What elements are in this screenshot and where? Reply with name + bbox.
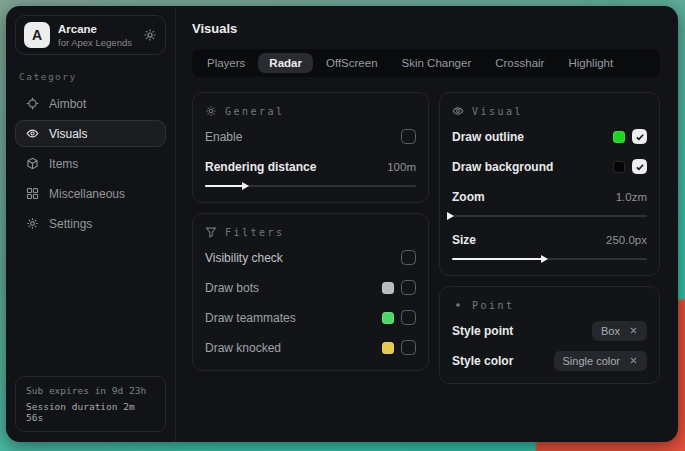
visibility-check-row: Visibility check [205, 247, 416, 268]
style-point-row: Style point Box [452, 320, 647, 341]
page-title: Visuals [192, 21, 660, 36]
rendering-distance-value: 100m [387, 161, 416, 173]
draw-outline-row: Draw outline [452, 126, 647, 147]
slider-track [452, 215, 647, 217]
enable-checkbox[interactable] [401, 129, 416, 144]
session-duration-text: Session duration 2m 56s [26, 401, 155, 423]
gear-icon[interactable] [143, 28, 157, 42]
sidebar: A Arcane for Apex Legends Category [6, 6, 176, 442]
sidebar-item-label: Visuals [49, 127, 87, 141]
draw-background-checkbox[interactable] [632, 159, 647, 174]
draw-knocked-color-swatch[interactable] [382, 342, 394, 354]
rendering-distance-slider[interactable] [205, 181, 416, 190]
draw-outline-color-swatch[interactable] [613, 131, 625, 143]
grid-icon [26, 187, 39, 200]
sidebar-nav: Aimbot Visuals Items [15, 90, 166, 237]
slider-handle[interactable] [242, 182, 249, 190]
filters-panel: Filters Visibility check Draw bots [192, 213, 429, 371]
sidebar-item-aimbot[interactable]: Aimbot [15, 90, 166, 117]
zoom-value: 1.0zm [616, 191, 647, 203]
draw-background-color-swatch[interactable] [613, 161, 625, 173]
zoom-row: Zoom 1.0zm [452, 186, 647, 207]
draw-teammates-row: Draw teammates [205, 307, 416, 328]
tab-highlight[interactable]: Highlight [557, 53, 624, 73]
draw-knocked-label: Draw knocked [205, 341, 281, 355]
eye-icon [452, 105, 464, 117]
sidebar-item-visuals[interactable]: Visuals [15, 120, 166, 147]
visibility-check-label: Visibility check [205, 251, 283, 265]
zoom-slider[interactable] [452, 211, 647, 220]
draw-outline-checkbox[interactable] [632, 129, 647, 144]
draw-teammates-checkbox[interactable] [401, 310, 416, 325]
panel-columns: General Enable Rendering distance 100m [192, 92, 660, 384]
app-window: A Arcane for Apex Legends Category [6, 6, 678, 442]
tab-skin-changer[interactable]: Skin Changer [391, 53, 483, 73]
tab-bar: Players Radar OffScreen Skin Changer Cro… [192, 49, 660, 77]
draw-bots-label: Draw bots [205, 281, 259, 295]
filters-panel-title: Filters [225, 227, 285, 238]
tab-radar[interactable]: Radar [258, 53, 313, 73]
point-panel-header: Point [452, 299, 647, 311]
sidebar-item-items[interactable]: Items [15, 150, 166, 177]
draw-bots-checkbox[interactable] [401, 280, 416, 295]
visibility-check-checkbox[interactable] [401, 250, 416, 265]
point-panel-title: Point [472, 300, 515, 311]
tab-offscreen[interactable]: OffScreen [315, 53, 389, 73]
draw-knocked-checkbox[interactable] [401, 340, 416, 355]
sidebar-item-miscellaneous[interactable]: Miscellaneous [15, 180, 166, 207]
slider-handle[interactable] [447, 212, 454, 220]
gear-icon [26, 217, 39, 230]
size-label: Size [452, 233, 476, 247]
size-slider[interactable] [452, 254, 647, 263]
brand-logo: A [24, 22, 50, 48]
eye-scan-icon [26, 127, 39, 140]
crosshair-icon [26, 97, 39, 110]
dot-icon [452, 299, 464, 311]
style-color-select[interactable]: Single color [554, 351, 647, 371]
rendering-distance-label: Rendering distance [205, 160, 316, 174]
visual-panel-header: Visual [452, 105, 647, 117]
close-icon[interactable] [629, 356, 638, 365]
slider-fill [452, 258, 546, 260]
enable-row: Enable [205, 126, 416, 147]
brand-title: Arcane [58, 23, 135, 35]
slider-handle[interactable] [541, 255, 548, 263]
category-label: Category [19, 71, 162, 82]
brand-subtitle: for Apex Legends [58, 37, 135, 48]
draw-background-label: Draw background [452, 160, 553, 174]
draw-outline-label: Draw outline [452, 130, 524, 144]
brand-card: A Arcane for Apex Legends [15, 15, 166, 55]
rendering-distance-row: Rendering distance 100m [205, 156, 416, 177]
enable-label: Enable [205, 130, 242, 144]
draw-bots-color-swatch[interactable] [382, 282, 394, 294]
brand-text: Arcane for Apex Legends [58, 23, 135, 48]
gear-icon [205, 105, 217, 117]
visual-panel: Visual Draw outline [439, 92, 660, 276]
close-icon[interactable] [629, 326, 638, 335]
zoom-label: Zoom [452, 190, 485, 204]
style-point-select[interactable]: Box [592, 321, 647, 341]
tab-crosshair[interactable]: Crosshair [484, 53, 555, 73]
main-content: Visuals Players Radar OffScreen Skin Cha… [176, 6, 678, 442]
filters-panel-header: Filters [205, 226, 416, 238]
sub-expires-text: Sub expires in 9d 23h [26, 385, 155, 396]
sidebar-item-label: Settings [49, 217, 92, 231]
size-value: 250.0px [606, 234, 647, 246]
session-card: Sub expires in 9d 23h Session duration 2… [15, 376, 166, 432]
general-panel-title: General [225, 106, 285, 117]
style-point-value: Box [601, 325, 620, 337]
draw-teammates-color-swatch[interactable] [382, 312, 394, 324]
style-color-label: Style color [452, 354, 513, 368]
tab-players[interactable]: Players [196, 53, 256, 73]
point-panel: Point Style point Box [439, 286, 660, 384]
sidebar-item-label: Miscellaneous [49, 187, 125, 201]
visual-panel-title: Visual [472, 106, 523, 117]
style-point-label: Style point [452, 324, 513, 338]
slider-fill [205, 185, 247, 187]
sidebar-item-settings[interactable]: Settings [15, 210, 166, 237]
sidebar-item-label: Aimbot [49, 97, 86, 111]
draw-background-row: Draw background [452, 156, 647, 177]
cube-icon [26, 157, 39, 170]
right-column: Visual Draw outline [439, 92, 660, 384]
desktop-background: { "sidebar": { "brand": { "initial": "A"… [0, 0, 685, 451]
